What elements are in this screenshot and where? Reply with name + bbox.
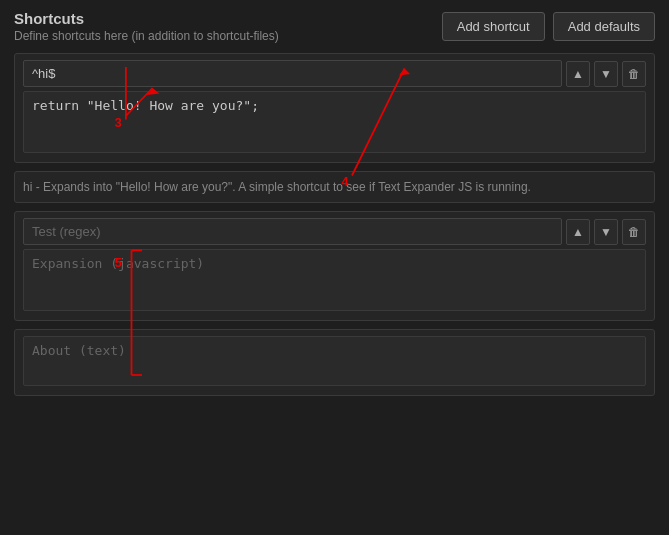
trash-icon-2: 🗑 (628, 225, 640, 239)
shortcut-2-input-row: ▲ ▼ 🗑 (23, 218, 646, 245)
shortcut-2-about-block (14, 329, 655, 396)
shortcut-2-delete-button[interactable]: 🗑 (622, 219, 646, 245)
up-arrow-icon-2: ▲ (572, 225, 584, 239)
shortcut-1-move-up-button[interactable]: ▲ (566, 61, 590, 87)
page-title: Shortcuts (14, 10, 279, 27)
shortcut-1-about-block: hi - Expands into "Hello! How are you?".… (14, 171, 655, 203)
shortcut-1-expansion-textarea[interactable]: return "Hello! How are you?"; (23, 91, 646, 153)
page-container: Shortcuts Define shortcuts here (in addi… (0, 0, 669, 535)
down-arrow-icon-2: ▼ (600, 225, 612, 239)
add-shortcut-button[interactable]: Add shortcut (442, 12, 545, 41)
shortcut-1-input-row: ▲ ▼ 🗑 (23, 60, 646, 87)
content-area: ▲ ▼ 🗑 return "Hello! How are you?"; hi -… (14, 53, 655, 396)
down-arrow-icon: ▼ (600, 67, 612, 81)
shortcut-2-move-down-button[interactable]: ▼ (594, 219, 618, 245)
trash-icon: 🗑 (628, 67, 640, 81)
shortcut-1-move-down-button[interactable]: ▼ (594, 61, 618, 87)
header-row: Shortcuts Define shortcuts here (in addi… (14, 10, 655, 43)
header-buttons: Add shortcut Add defaults (442, 12, 655, 41)
shortcut-2-expansion-textarea[interactable] (23, 249, 646, 311)
shortcut-1-delete-button[interactable]: 🗑 (622, 61, 646, 87)
shortcut-1-about-text: hi - Expands into "Hello! How are you?".… (23, 180, 531, 194)
shortcut-block-2: ▲ ▼ 🗑 (14, 211, 655, 321)
shortcut-2-about-textarea[interactable] (23, 336, 646, 386)
shortcut-2-move-up-button[interactable]: ▲ (566, 219, 590, 245)
add-defaults-button[interactable]: Add defaults (553, 12, 655, 41)
subtitle: Define shortcuts here (in addition to sh… (14, 29, 279, 43)
up-arrow-icon: ▲ (572, 67, 584, 81)
shortcut-block-1: ▲ ▼ 🗑 return "Hello! How are you?"; (14, 53, 655, 163)
shortcut-2-test-input[interactable] (23, 218, 562, 245)
shortcut-1-test-input[interactable] (23, 60, 562, 87)
header-left: Shortcuts Define shortcuts here (in addi… (14, 10, 279, 43)
